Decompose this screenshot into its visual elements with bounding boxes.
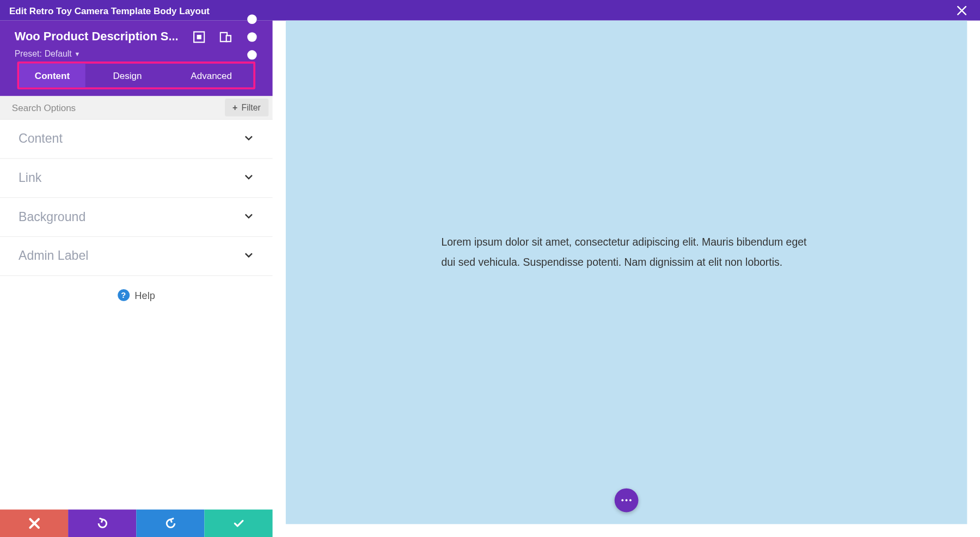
preview-area: Lorem ipsum dolor sit amet, consectetur … (273, 21, 980, 537)
svg-point-5 (247, 32, 256, 41)
window-title: Edit Retro Toy Camera Template Body Layo… (9, 5, 210, 15)
section-label: Content (19, 132, 63, 147)
bottom-action-bar (0, 510, 273, 537)
window-title-bar: Edit Retro Toy Camera Template Body Layo… (0, 0, 980, 21)
responsive-icon (219, 30, 231, 42)
filter-button[interactable]: + Filter (225, 99, 269, 117)
section-label: Link (19, 170, 41, 185)
help-icon: ? (118, 289, 130, 301)
tab-design[interactable]: Design (85, 64, 169, 88)
tab-advanced[interactable]: Advanced (169, 64, 253, 88)
check-icon (232, 517, 244, 529)
close-icon (28, 517, 40, 529)
close-button[interactable] (955, 4, 968, 17)
dots-icon (621, 499, 632, 502)
settings-sidebar: Woo Product Description S... (0, 21, 273, 537)
search-options-row: + Filter (0, 96, 273, 120)
chevron-down-icon (243, 132, 254, 145)
close-icon (957, 5, 966, 15)
help-link[interactable]: ? Help (0, 276, 273, 314)
save-button[interactable] (204, 510, 272, 537)
preset-dropdown[interactable]: Preset: Default ▼ (15, 49, 258, 59)
svg-point-7 (621, 499, 623, 502)
svg-point-6 (247, 50, 256, 59)
expand-icon (193, 30, 205, 42)
floating-menu-button[interactable] (615, 489, 639, 512)
redo-button[interactable] (136, 510, 204, 537)
tab-content[interactable]: Content (19, 64, 85, 88)
search-options-input[interactable] (0, 102, 225, 113)
filter-label: Filter (242, 102, 261, 112)
section-admin-label[interactable]: Admin Label (0, 237, 273, 276)
settings-tabs: Content Design Advanced (17, 62, 255, 89)
responsive-button[interactable] (219, 30, 231, 42)
caret-down-icon: ▼ (75, 51, 81, 57)
kebab-icon (246, 13, 258, 60)
section-link[interactable]: Link (0, 159, 273, 198)
preset-label: Preset: (15, 49, 42, 59)
preset-value: Default (45, 49, 72, 59)
module-header: Woo Product Description S... (0, 21, 273, 96)
preview-canvas: Lorem ipsum dolor sit amet, consectetur … (286, 21, 967, 524)
section-background[interactable]: Background (0, 198, 273, 237)
undo-icon (96, 517, 108, 529)
more-options-button[interactable] (246, 30, 258, 42)
product-description-text: Lorem ipsum dolor sit amet, consectetur … (441, 233, 811, 273)
undo-button[interactable] (68, 510, 136, 537)
cancel-button[interactable] (0, 510, 68, 537)
help-label: Help (134, 290, 155, 301)
chevron-down-icon (243, 172, 254, 185)
svg-rect-3 (226, 35, 231, 41)
chevron-down-icon (243, 249, 254, 263)
section-label: Admin Label (19, 249, 88, 264)
section-content[interactable]: Content (0, 120, 273, 159)
svg-rect-1 (197, 34, 201, 39)
svg-point-8 (626, 499, 628, 502)
chevron-down-icon (243, 210, 254, 223)
module-title: Woo Product Description S... (15, 30, 179, 44)
svg-point-9 (629, 499, 632, 502)
section-label: Background (19, 210, 85, 224)
plus-icon: + (232, 102, 237, 112)
expand-button[interactable] (193, 30, 205, 42)
svg-point-4 (247, 14, 256, 23)
redo-icon (164, 517, 176, 529)
